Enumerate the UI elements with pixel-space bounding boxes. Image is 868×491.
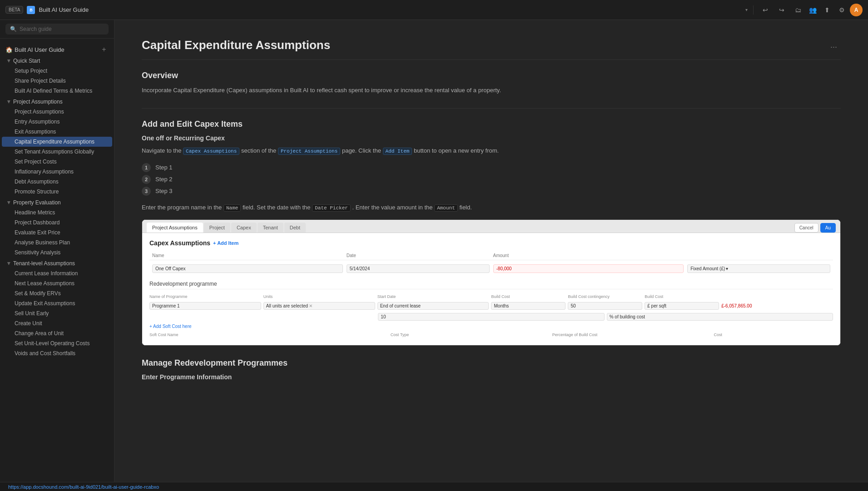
sidebar-item-share-project-details[interactable]: Share Project Details [2,76,112,86]
avatar[interactable]: A [850,4,863,16]
mock-prog-header-start: Start Date [377,294,489,299]
mock-one-off-capex-amount[interactable]: -80,000 [493,264,684,273]
mock-redevelopment-title: Redevelopment programme [149,281,833,289]
mock-tab-tenant[interactable]: Tenant [258,223,283,233]
mock-prog-header-units: Units [263,294,375,299]
sidebar-item-update-exit-assumptions[interactable]: Update Exit Assumptions [2,298,112,308]
mock-soft-cost-header-pct: Percentage of Build Cost [552,332,711,337]
sidebar-item-project-assumptions[interactable]: Project Assumptions [2,107,112,117]
sidebar-item-promote-structure[interactable]: Promote Structure [2,187,112,197]
mock-prog-build-cost[interactable]: 50 [568,302,642,310]
mock-tab-capex[interactable]: Capex [231,223,257,233]
nav-group-project-assumptions-header[interactable]: ▶ Project Assumptions [2,97,112,107]
mock-cancel-button[interactable]: Cancel [794,223,818,233]
nav-group-property-evaluation: ▶ Property Evaluation Headline Metrics P… [0,198,114,258]
sidebar-item-evaluate-exit-price[interactable]: Evaluate Exit Price [2,228,112,238]
sidebar-item-set-tenant-assumptions-globally[interactable]: Set Tenant Assumptions Globally [2,147,112,157]
sidebar-item-set-unit-level-operating-costs[interactable]: Set Unit-Level Operating Costs [2,338,112,348]
mock-prog-units[interactable]: All units are selected ✕ [263,302,375,310]
divider-1 [142,108,841,109]
statusbar-url: https://app.docshound.com/built-ai-9id02… [5,483,163,491]
mock-one-off-capex-name[interactable]: One Off Capex [152,264,343,273]
mock-soft-cost-header-type: Cost Type [391,332,550,337]
date-code: Date Picker [312,204,351,212]
mock-tab-actions: Cancel Au [794,223,836,233]
mock-content: Capex Assumptions + Add Item Name Date A… [142,233,840,345]
mock-contingency-type[interactable]: % of building cost [607,313,833,321]
sidebar-item-current-lease-information[interactable]: Current Lease Information [2,268,112,278]
mock-tab-project[interactable]: Project [204,223,230,233]
screenshot-mockup: Project Assumptions Project Capex Tenant… [142,219,841,346]
sidebar-item-change-area-of-unit[interactable]: Change Area of Unit [2,328,112,338]
mock-add-soft-cost-button[interactable]: + Add Soft Cost here [149,322,833,331]
sidebar-item-voids-and-cost-shortfalls[interactable]: Voids and Cost Shortfalls [2,348,112,358]
enter-programme-information: Enter Programme Information [142,373,841,381]
beta-badge: BETA [5,6,23,14]
topbar-right-actions: 🗂 👥 ⬆ ⚙ A [792,4,863,16]
sidebar-item-entry-assumptions[interactable]: Entry Assumptions [2,117,112,127]
undo-button[interactable]: ↩ [759,4,772,16]
mock-one-off-capex-type[interactable]: Fixed Amount (£) ▾ [687,264,830,273]
sidebar-item-headline-metrics[interactable]: Headline Metrics [2,208,112,218]
intro-text-2: section of the [241,147,278,154]
sidebar-item-set-modify-ervs[interactable]: Set & Modify ERVs [2,288,112,298]
mock-soft-cost-header-cost: Cost [714,332,833,337]
mock-tab-debt[interactable]: Debt [284,223,306,233]
mock-tabs: Project Assumptions Project Capex Tenant… [142,220,840,233]
mock-prog-start-date[interactable]: End of current lease [377,302,489,310]
nav-chevron-tenant-level-assumptions: ▶ [7,262,11,265]
sidebar-item-exit-assumptions[interactable]: Exit Assumptions [2,127,112,137]
nav-chevron-property-evaluation: ▶ [7,201,11,204]
settings-button[interactable]: ⚙ [835,4,848,16]
more-options-button[interactable]: ... [827,39,841,52]
mock-save-button[interactable]: Au [820,223,836,233]
sidebar-item-next-lease-assumptions[interactable]: Next Lease Assumptions [2,278,112,288]
nav-group-project-assumptions: ▶ Project Assumptions Project Assumption… [0,97,114,197]
nav-group-quick-start-header[interactable]: ▶ Quick Start [2,56,112,66]
mock-add-item-button[interactable]: + Add Item [213,240,238,246]
mock-prog-header-name: Name of Programme [149,294,261,299]
mock-section-title: Capex Assumptions + Add Item [149,239,833,247]
folder-button[interactable]: 🗂 [792,4,804,16]
overview-title: Overview [142,71,841,80]
mock-prog-name[interactable]: Programme 1 [149,302,261,310]
search-input[interactable]: 🔍 Search guide [5,24,109,35]
sidebar-item-setup-project[interactable]: Setup Project [2,66,112,76]
redo-button[interactable]: ↪ [775,4,788,16]
add-edit-title: Add and Edit Capex Items [142,119,841,129]
sidebar-item-project-dashboard[interactable]: Project Dashboard [2,218,112,228]
sidebar-item-inflationary-assumptions[interactable]: Inflationary Assumptions [2,167,112,177]
sidebar-item-set-project-costs[interactable]: Set Project Costs [2,157,112,167]
sidebar-item-sensitivity-analysis[interactable]: Sensitivity Analysis [2,248,112,258]
sidebar-content: 🏠 Built AI User Guide + ▶ Quick Start Se… [0,39,114,482]
field-text-3: . Enter the value amount in the [352,204,432,211]
share-button[interactable]: ⬆ [821,4,833,16]
nav-group-property-evaluation-header[interactable]: ▶ Property Evaluation [2,198,112,208]
mock-contingency-pct[interactable]: 10 [378,313,604,321]
mock-col-date: Date [347,253,490,258]
intro-text-3: page. Click the [342,147,383,154]
sidebar-item-debt-assumptions[interactable]: Debt Assumptions [2,177,112,187]
mock-table-row: One Off Capex 5/14/2024 -80,000 Fixed Am… [149,262,833,275]
sidebar-item-capital-expenditure-assumptions[interactable]: Capital Expenditure Assumptions [2,137,112,147]
mock-prog-per-sqft[interactable]: £ per sqft [645,302,719,310]
mock-col-amount: Amount [493,253,684,258]
mock-tab-project-assumptions[interactable]: Project Assumptions [147,223,203,233]
mock-prog-data-row: Programme 1 All units are selected ✕ End… [149,300,833,312]
nav-group-tenant-level-assumptions-header[interactable]: ▶ Tenant-level Assumptions [2,258,112,268]
mock-prog-months[interactable]: Months [491,302,565,310]
sidebar-item-create-unit[interactable]: Create Unit [2,318,112,328]
step-num-3: 3 [142,187,151,196]
add-edit-subtitle: One off or Recurring Capex [142,134,841,142]
mock-one-off-capex-date[interactable]: 5/14/2024 [347,264,490,273]
nav-group-quick-start: ▶ Quick Start Setup Project Share Projec… [0,56,114,96]
sidebar-item-built-ai-terms[interactable]: Built AI Defined Terms & Metrics [2,86,112,96]
sidebar-item-analyse-business-plan[interactable]: Analyse Business Plan [2,238,112,248]
content-area: Capital Expenditure Assumptions ... Over… [114,20,868,482]
steps-list: 1 Step 1 2 Step 2 3 Step 3 [142,163,841,196]
people-button[interactable]: 👥 [806,4,819,16]
workspace-add-button[interactable]: + [99,45,109,54]
redevelopment-section: Manage Redevelopment Programmes Enter Pr… [142,358,841,381]
sidebar-item-sell-unit-early[interactable]: Sell Unit Early [2,308,112,318]
field-text-1: Enter the program name in the [142,204,222,211]
